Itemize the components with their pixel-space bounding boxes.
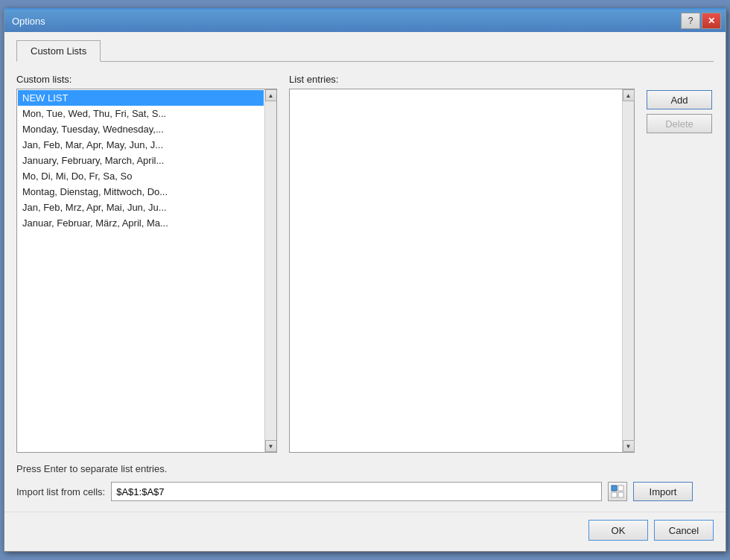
tab-bar: Custom Lists (16, 39, 714, 62)
right-panel: Add Delete (647, 74, 714, 453)
custom-lists-label: Custom lists: (16, 74, 277, 85)
custom-lists-scrollbar: ▲ ▼ (264, 89, 276, 452)
svg-rect-0 (612, 486, 617, 491)
title-bar-buttons: ? ✕ (681, 13, 721, 29)
add-button[interactable]: Add (647, 90, 712, 109)
svg-rect-1 (618, 486, 623, 491)
list-item[interactable]: January, February, March, April... (18, 153, 264, 168)
list-item[interactable]: NEW LIST (18, 90, 264, 106)
list-item[interactable]: Monday, Tuesday, Wednesday,... (18, 121, 264, 137)
middle-panel: List entries: ▲ ▼ (289, 74, 635, 453)
cancel-button[interactable]: Cancel (654, 520, 714, 541)
close-icon: ✕ (708, 16, 715, 26)
hint-text: Press Enter to separate list entries. (16, 463, 714, 474)
import-input[interactable] (111, 482, 602, 501)
entries-inner (290, 89, 622, 452)
tab-custom-lists[interactable]: Custom Lists (16, 40, 101, 62)
list-item[interactable]: Jan, Feb, Mrz, Apr, Mai, Jun, Ju... (18, 200, 264, 215)
list-item[interactable]: Jan, Feb, Mar, Apr, May, Jun, J... (18, 137, 264, 153)
dialog-title: Options (12, 16, 45, 27)
custom-lists-items[interactable]: NEW LISTMon, Tue, Wed, Thu, Fri, Sat, S.… (17, 89, 264, 452)
left-panel: Custom lists: NEW LISTMon, Tue, Wed, Thu… (16, 74, 277, 453)
cell-picker-button[interactable] (608, 482, 627, 501)
list-item[interactable]: Mo, Di, Mi, Do, Fr, Sa, So (18, 168, 264, 184)
help-button[interactable]: ? (681, 13, 700, 29)
help-icon: ? (688, 16, 694, 26)
close-button[interactable]: ✕ (702, 13, 721, 29)
import-label: Import list from cells: (16, 486, 105, 497)
svg-rect-2 (612, 492, 617, 497)
import-button[interactable]: Import (633, 482, 693, 501)
scroll-up-button[interactable]: ▲ (265, 89, 277, 101)
title-bar: Options ? ✕ (4, 10, 726, 32)
custom-lists-box[interactable]: NEW LISTMon, Tue, Wed, Thu, Fri, Sat, S.… (16, 89, 277, 453)
entries-scroll-down-button[interactable]: ▼ (623, 440, 635, 452)
cell-picker-icon (611, 485, 624, 498)
scroll-down-icon: ▼ (268, 443, 274, 450)
list-item[interactable]: Januar, Februar, März, April, Ma... (18, 215, 264, 231)
entries-scroll-down-icon: ▼ (626, 443, 632, 450)
scroll-track (265, 101, 276, 440)
delete-button[interactable]: Delete (647, 114, 712, 133)
list-entries-label: List entries: (289, 74, 635, 85)
bottom-section: Press Enter to separate list entries. Im… (16, 463, 714, 501)
entries-scroll-up-icon: ▲ (626, 92, 632, 99)
content-area: Custom lists: NEW LISTMon, Tue, Wed, Thu… (16, 74, 714, 501)
list-entries-box[interactable]: ▲ ▼ (289, 89, 635, 453)
svg-rect-3 (618, 492, 623, 497)
footer: OK Cancel (4, 512, 726, 551)
import-row: Import list from cells: Import (16, 482, 714, 501)
entries-scroll-up-button[interactable]: ▲ (623, 89, 635, 101)
entries-scroll-track (623, 101, 634, 440)
list-item[interactable]: Mon, Tue, Wed, Thu, Fri, Sat, S... (18, 106, 264, 121)
list-item[interactable]: Montag, Dienstag, Mittwoch, Do... (18, 184, 264, 200)
entries-scrollbar: ▲ ▼ (622, 89, 634, 452)
scroll-up-icon: ▲ (268, 92, 274, 99)
options-dialog: Options ? ✕ Custom Lists Custom lists: (4, 8, 726, 552)
scroll-down-button[interactable]: ▼ (265, 440, 277, 452)
main-row: Custom lists: NEW LISTMon, Tue, Wed, Thu… (16, 74, 714, 453)
dialog-body: Custom Lists Custom lists: NEW LISTMon, … (4, 32, 726, 512)
ok-button[interactable]: OK (588, 520, 648, 541)
